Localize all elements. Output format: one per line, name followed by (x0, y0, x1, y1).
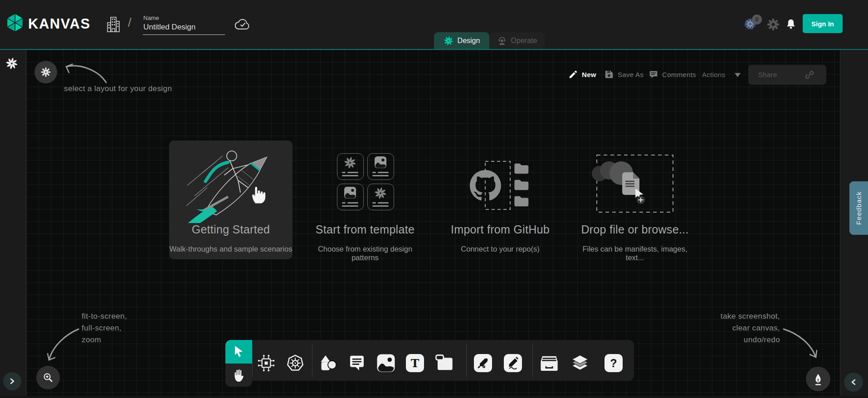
layout-hint-text: select a layout for your design (64, 84, 172, 93)
template-thumb-image (367, 153, 394, 180)
design-name-input[interactable] (143, 23, 225, 35)
layers-tool[interactable] (570, 353, 590, 373)
pan-hand-icon (232, 368, 246, 383)
actions-dropdown[interactable]: Actions (702, 71, 725, 78)
kubernetes-wheel-icon (286, 354, 305, 373)
design-name-label: Name (143, 15, 159, 21)
layout-asterisk-icon (40, 67, 51, 78)
notifications-bell-icon[interactable] (785, 18, 797, 30)
breadcrumb-separator: / (128, 15, 132, 30)
cloud-saved-icon (235, 18, 250, 30)
tab-operate-label: Operate (511, 37, 537, 45)
template-thumb-image (337, 184, 364, 210)
screenshot-hint-line: clear canvas, (671, 324, 780, 333)
settings-gear-icon[interactable] (767, 18, 780, 31)
organization-icon[interactable] (106, 15, 121, 34)
bottom-strip (0, 396, 868, 398)
shapes-icon (318, 354, 337, 373)
card-subtitle: Connect to your repo(s) (439, 245, 562, 253)
select-tool[interactable] (225, 340, 252, 364)
comment-icon (348, 354, 366, 372)
expand-panel-button[interactable] (3, 372, 21, 390)
tab-design[interactable]: Design (434, 32, 489, 49)
layout-hint-arrow (59, 60, 111, 87)
screenshot-hint-line: undo/redo (671, 335, 780, 345)
drawer-tool[interactable] (539, 353, 559, 373)
screenshot-pen-button[interactable] (806, 367, 830, 391)
drop-file-illustration (590, 152, 680, 216)
share-button[interactable]: Share (748, 65, 826, 85)
collapse-panel-button[interactable] (844, 373, 863, 392)
design-spiral-icon (444, 36, 454, 46)
save-as-icon[interactable] (604, 69, 614, 79)
zoom-hint-line: fit-to-screen, (82, 312, 127, 321)
new-button[interactable]: New (582, 71, 596, 78)
card-title: Getting Started (169, 223, 293, 236)
card-subtitle: Walk-throughs and sample scenarios (169, 245, 293, 253)
card-subtitle: Choose from existing design patterns (303, 245, 427, 262)
left-rail (0, 50, 26, 398)
comments-button[interactable]: Comments (662, 71, 696, 78)
pencil-scribble-icon (504, 354, 522, 372)
meshery-spiral-icon[interactable] (5, 57, 18, 70)
chip-icon (257, 354, 276, 373)
note-icon (434, 354, 454, 373)
card-title: Drop file or browse... (573, 223, 697, 236)
pen-nib-icon (812, 373, 824, 385)
card-import-from-github[interactable]: Import from GitHub Connect to your repo(… (439, 141, 562, 259)
pointer-tool-column (225, 340, 252, 387)
kanvas-app: KANVAS / Name 0 Sign In Design (0, 0, 868, 398)
comment-tool[interactable] (347, 353, 367, 373)
zoom-in-magnifier-icon (43, 372, 54, 383)
chevron-right-icon (9, 378, 16, 385)
text-tool[interactable]: T (405, 353, 425, 373)
kanvas-wordmark: KANVAS (28, 16, 91, 32)
note-tool[interactable] (434, 353, 454, 373)
pan-tool[interactable] (225, 364, 252, 387)
components-tool[interactable] (256, 353, 276, 373)
template-thumb-spiral (367, 184, 394, 210)
select-cursor-icon (234, 346, 244, 358)
actions-caret-icon[interactable] (735, 73, 741, 78)
pen-tool[interactable] (473, 353, 493, 373)
kanvas-logo-icon[interactable] (5, 12, 25, 33)
pen-icon (474, 354, 492, 372)
operate-headset-icon (497, 36, 507, 46)
screenshot-hint-arrow (781, 323, 819, 361)
zoom-button[interactable] (36, 366, 60, 389)
text-icon: T (406, 354, 424, 372)
card-drop-file[interactable]: Drop file or browse... Files can be mani… (573, 141, 697, 259)
card-start-from-template[interactable]: Start from template Choose from existing… (303, 141, 427, 259)
shapes-tool[interactable] (318, 353, 338, 373)
tab-design-label: Design (458, 37, 480, 45)
screenshot-hint-line: take screenshot, (671, 312, 780, 321)
rocket-illustration (174, 142, 288, 223)
new-pencil-icon[interactable] (568, 69, 578, 79)
kubernetes-tool[interactable] (285, 353, 305, 373)
template-thumb-spiral (337, 153, 364, 180)
chevron-left-icon (850, 379, 857, 386)
github-import-illustration (455, 159, 550, 215)
layers-icon (571, 354, 590, 373)
share-link-icon (805, 70, 814, 80)
tab-operate[interactable]: Operate (489, 32, 545, 49)
card-title: Start from template (303, 223, 427, 236)
feedback-tab[interactable]: Feedback (849, 181, 868, 235)
card-title: Import from GitHub (439, 223, 562, 236)
image-tool[interactable] (376, 353, 396, 373)
doodle-tool[interactable] (503, 353, 523, 373)
card-subtitle: Files can be manifests, images, text... (573, 245, 697, 262)
zoom-hint-line: zoom (82, 335, 101, 345)
comments-icon[interactable] (649, 69, 658, 79)
image-icon (376, 354, 395, 373)
card-getting-started[interactable]: Getting Started Walk-throughs and sample… (169, 141, 293, 259)
share-label: Share (758, 71, 777, 78)
kubernetes-context-badge: 0 (752, 15, 762, 24)
zoom-hint-line: full-screen, (82, 324, 122, 333)
sign-in-button[interactable]: Sign In (803, 14, 843, 33)
hover-cursor-hand (250, 184, 268, 204)
feedback-label: Feedback (855, 191, 863, 225)
layout-selector-button[interactable] (34, 61, 57, 83)
help-tool[interactable]: ? (604, 353, 624, 373)
save-as-button[interactable]: Save As (618, 71, 644, 78)
